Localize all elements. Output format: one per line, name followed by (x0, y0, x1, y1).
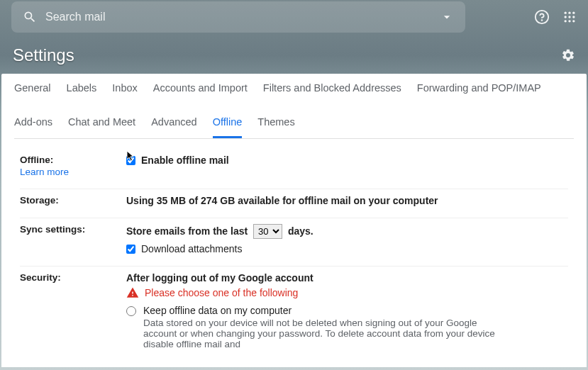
page-title: Settings (13, 45, 74, 65)
gear-icon[interactable] (561, 48, 575, 62)
dropdown-icon[interactable] (440, 10, 454, 24)
sync-days-select[interactable]: 30 (253, 224, 282, 239)
svg-point-8 (565, 20, 567, 22)
tab-forwarding-and-pop-imap[interactable]: Forwarding and POP/IMAP (417, 82, 541, 102)
sync-suffix: days. (288, 225, 314, 237)
search-icon (23, 10, 37, 24)
tab-advanced[interactable]: Advanced (151, 116, 197, 138)
svg-point-5 (565, 16, 567, 18)
offline-label: Offline: (20, 155, 53, 165)
settings-tabs: GeneralLabelsInboxAccounts and ImportFil… (1, 74, 587, 138)
svg-point-9 (568, 20, 570, 22)
security-header: After logging out of my Google account (126, 272, 568, 284)
svg-point-3 (568, 12, 570, 14)
help-icon[interactable] (534, 9, 550, 25)
enable-offline-checkbox[interactable] (126, 156, 135, 165)
security-warning: Please choose one of the following (145, 287, 298, 298)
sync-prefix: Store emails from the last (126, 225, 248, 237)
warning-icon (126, 286, 139, 299)
search-input[interactable] (45, 11, 440, 23)
sync-label: Sync settings: (20, 224, 126, 254)
tab-themes[interactable]: Themes (257, 116, 294, 138)
download-attachments-label: Download attachments (141, 243, 242, 254)
svg-point-7 (572, 16, 575, 18)
tab-accounts-and-import[interactable]: Accounts and Import (153, 82, 248, 102)
tab-add-ons[interactable]: Add-ons (14, 116, 52, 138)
keep-offline-desc: Data stored on your device will not be d… (143, 318, 512, 349)
security-label: Security: (20, 272, 126, 349)
tab-labels[interactable]: Labels (67, 82, 97, 102)
tab-chat-and-meet[interactable]: Chat and Meet (68, 116, 135, 138)
enable-offline-label: Enable offline mail (141, 155, 229, 166)
svg-point-10 (572, 20, 575, 22)
keep-offline-radio[interactable] (126, 306, 136, 316)
svg-point-4 (572, 12, 575, 14)
storage-text: Using 35 MB of 274 GB available for offl… (126, 195, 568, 206)
tab-general[interactable]: General (14, 82, 51, 102)
svg-point-6 (568, 16, 570, 18)
keep-offline-label: Keep offline data on my computer (143, 305, 512, 316)
search-box[interactable] (11, 1, 465, 33)
storage-label: Storage: (20, 195, 126, 206)
tab-filters-and-blocked-addresses[interactable]: Filters and Blocked Addresses (263, 82, 401, 102)
tab-inbox[interactable]: Inbox (112, 82, 137, 102)
tab-offline[interactable]: Offline (213, 116, 243, 138)
svg-point-1 (542, 20, 543, 21)
download-attachments-checkbox[interactable] (126, 245, 135, 254)
apps-icon[interactable] (562, 10, 577, 24)
svg-point-2 (565, 12, 567, 14)
learn-more-link[interactable]: Learn more (20, 167, 126, 177)
